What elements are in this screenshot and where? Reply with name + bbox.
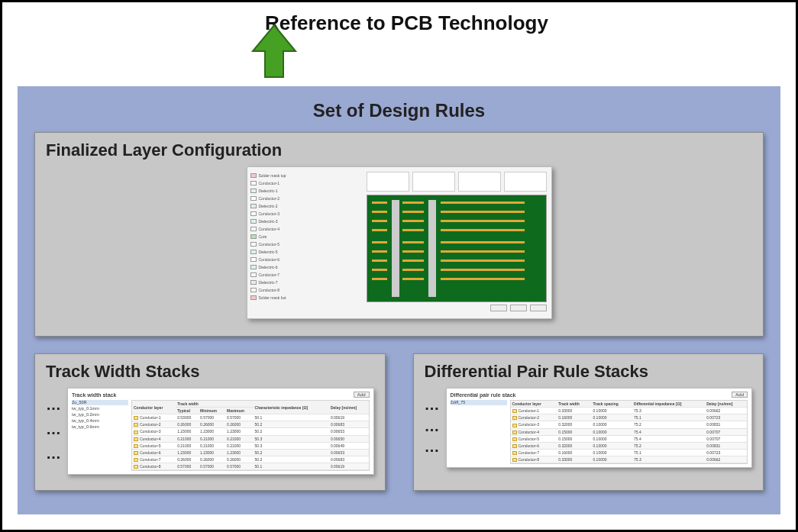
table-row[interactable]: Conductor-31.230001.230001.2300050.20.00…	[132, 428, 369, 435]
conductor-icon	[134, 416, 138, 420]
layer-name: Solder mask top	[259, 173, 286, 178]
layer-swatch	[250, 211, 257, 216]
table-row[interactable]: Conductor-20.160000.1000075.10.00723	[511, 414, 748, 421]
layer-row[interactable]: Solder mask bot	[250, 294, 359, 301]
ellipsis: …	[46, 421, 64, 437]
stacks-row: Track Width Stacks … … … Track width sta…	[34, 353, 764, 491]
dp-stack-heading: Differential pair rule stack	[451, 392, 516, 398]
layer-row[interactable]: Dielectric-6	[250, 263, 359, 270]
conductor-icon	[512, 437, 517, 441]
panel-title: Set of Design Rules	[34, 100, 764, 121]
diff-pair-box: Differential Pair Rule Stacks … … … Diff…	[413, 353, 764, 491]
table-row[interactable]: Conductor-80.570000.570000.5700050.10.00…	[132, 463, 369, 470]
layer-dlg-button[interactable]	[510, 305, 527, 311]
layer-row[interactable]: Conductor-2	[250, 195, 359, 202]
list-item[interactable]: Zo_50R	[72, 400, 128, 405]
diff-pair-stack-thumbnail: Differential pair rule stack Add Zdiff_7…	[446, 388, 753, 468]
layer-config-thumbnail: Solder mask topConductor-1Dielectric-1Co…	[247, 166, 552, 319]
layer-name: Dielectric-7	[259, 280, 278, 285]
diff-pair-title: Differential Pair Rule Stacks	[425, 362, 753, 382]
layer-dlg-button[interactable]	[490, 305, 507, 311]
layer-swatch	[250, 173, 257, 178]
layer-row[interactable]: Dielectric-7	[250, 279, 359, 285]
ellipsis: …	[46, 446, 64, 461]
track-width-stack-thumbnail: Track width stack Add Zo_50Rtw_typ_0.1mm…	[67, 388, 374, 475]
layer-row[interactable]: Solder mask top	[250, 172, 359, 179]
layer-swatch	[250, 234, 257, 239]
layer-swatch	[250, 280, 257, 285]
layer-prop-chip	[367, 172, 409, 192]
layer-row[interactable]: Dielectric-5	[250, 248, 359, 255]
design-rules-panel: Set of Design Rules Finalized Layer Conf…	[18, 86, 780, 514]
layer-row[interactable]: Dielectric-2	[250, 202, 359, 209]
list-item[interactable]: tw_typ_0.4mm	[72, 418, 128, 424]
layer-name: Core	[259, 234, 267, 239]
conductor-icon	[134, 423, 138, 427]
tw-stack-list[interactable]: Zo_50Rtw_typ_0.1mmtw_typ_0.2mmtw_typ_0.4…	[72, 400, 128, 471]
table-row[interactable]: Conductor-30.320000.1000075.20.00831	[511, 421, 748, 428]
conductor-icon	[512, 416, 517, 420]
ellipsis: …	[425, 439, 443, 454]
ellipsis-column: … … …	[425, 388, 443, 468]
list-item[interactable]: tw_typ_0.1mm	[72, 406, 128, 411]
table-row[interactable]: Conductor-70.260000.260000.2600050.20.00…	[132, 456, 369, 463]
layer-dlg-button[interactable]	[530, 305, 547, 311]
header-row: Reference to PCB Technology	[2, 11, 796, 35]
layer-swatch	[250, 196, 257, 201]
layer-row[interactable]: Dielectric-1	[250, 187, 359, 194]
table-row[interactable]: Conductor-61.230001.230001.2300050.20.00…	[132, 449, 369, 456]
layer-row[interactable]: Conductor-8	[250, 286, 359, 293]
conductor-icon	[134, 451, 138, 455]
layer-name: Dielectric-6	[259, 265, 278, 269]
track-width-title: Track Width Stacks	[46, 362, 374, 382]
layer-row[interactable]: Conductor-7	[250, 271, 359, 278]
layer-swatch	[250, 288, 257, 292]
layer-prop-chip	[504, 172, 547, 192]
add-button[interactable]: Add	[732, 392, 748, 398]
layer-name: Conductor-3	[259, 211, 280, 216]
layer-swatch	[250, 272, 257, 277]
layer-name: Conductor-1	[259, 181, 280, 185]
list-item[interactable]: tw_typ_0.6mm	[72, 424, 128, 430]
table-row[interactable]: Conductor-20.260000.260000.2600050.20.00…	[132, 421, 369, 428]
layer-row[interactable]: Conductor-4	[250, 225, 359, 232]
ellipsis: …	[425, 397, 443, 412]
tw-stack-heading: Track width stack	[72, 392, 116, 398]
layer-config-box: Finalized Layer Configuration Solder mas…	[34, 132, 764, 337]
table-row[interactable]: Conductor-50.150000.1000075.40.00707	[511, 435, 748, 442]
layer-swatch	[250, 257, 257, 262]
conductor-icon	[512, 444, 517, 448]
layer-row[interactable]: Conductor-3	[250, 210, 359, 217]
conductor-icon	[512, 424, 517, 427]
table-row[interactable]: Conductor-10.330000.1000075.30.00662	[511, 408, 748, 414]
ellipsis-column: … … …	[46, 388, 64, 475]
layer-config-title: Finalized Layer Configuration	[46, 140, 752, 160]
layer-row[interactable]: Dielectric-3	[250, 218, 359, 224]
conductor-icon	[134, 430, 138, 434]
add-button[interactable]: Add	[354, 392, 370, 398]
list-item[interactable]: Zdiff_75	[451, 400, 507, 405]
table-row[interactable]: Conductor-80.330000.1000075.30.00662	[511, 456, 748, 463]
layer-name: Dielectric-2	[259, 204, 278, 208]
pcb-crosssection-view	[367, 195, 547, 302]
conductor-icon	[512, 451, 517, 455]
layer-row[interactable]: Conductor-5	[250, 240, 359, 247]
layer-name: Conductor-6	[259, 257, 280, 262]
table-row[interactable]: Conductor-50.210000.210000.2100050.30.00…	[132, 442, 369, 449]
layer-row[interactable]: Conductor-6	[250, 256, 359, 263]
layer-swatch	[250, 250, 257, 254]
table-row[interactable]: Conductor-40.210000.210000.2100050.30.00…	[132, 435, 369, 442]
table-row[interactable]: Conductor-10.530000.570000.5700050.10.00…	[132, 414, 369, 421]
layer-swatch	[250, 219, 257, 224]
layer-name: Conductor-8	[259, 288, 280, 292]
dp-stack-list[interactable]: Zdiff_75	[451, 400, 507, 464]
layer-row[interactable]: Conductor-1	[250, 179, 359, 186]
layer-row[interactable]: Core	[250, 233, 359, 240]
layer-swatch	[250, 295, 257, 300]
layer-name: Conductor-4	[259, 227, 280, 231]
layer-swatch	[250, 227, 257, 231]
table-row[interactable]: Conductor-40.150000.1000075.40.00707	[511, 428, 748, 435]
list-item[interactable]: tw_typ_0.2mm	[72, 412, 128, 418]
table-row[interactable]: Conductor-60.320000.1000075.20.00831	[511, 442, 748, 449]
table-row[interactable]: Conductor-70.160000.1000075.10.00723	[511, 450, 748, 456]
